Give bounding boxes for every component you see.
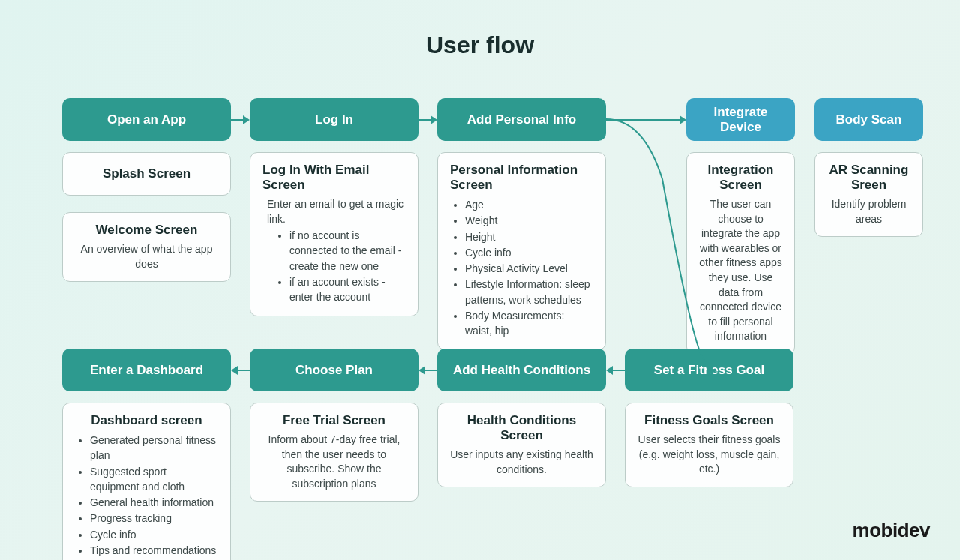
list-item: Age [465,197,593,212]
card-title: Log In With Email Screen [262,163,406,193]
card-title: Health Conditions Screen [450,413,593,443]
list-item: General health information [90,495,218,510]
card-login-email: Log In With Email Screen Enter an email … [250,152,418,316]
card-text: Inform about 7-day free trial, then the … [262,433,406,491]
card-text: User selects their fitness goals (e.g. w… [638,433,781,477]
node-add-health-conditions: Add Health Conditions [437,349,606,391]
card-title: Integration Screen [699,163,782,193]
card-title: Welcome Screen [75,223,218,238]
list-item: Cycle info [90,527,218,542]
card-text: An overview of what the app does [75,242,218,271]
list-item: Body Measurements: waist, hip [465,308,593,339]
node-choose-plan: Choose Plan [250,349,418,391]
card-title: Fitness Goals Screen [638,413,781,428]
card-text: Identify problem areas [827,197,910,226]
node-add-personal-info: Add Personal Info [437,98,606,141]
list-item: if no account is connected to the email … [290,228,406,274]
list-item: Progress tracking [90,511,218,526]
card-title: Dashboard screen [75,413,218,428]
node-body-scan: Body Scan [814,98,923,141]
brand-logo: mobidev [853,519,930,542]
card-title: Free Trial Screen [262,413,406,428]
list-item: Physical Activity Level [465,261,593,276]
card-ar-scanning: AR Scanning Sreen Identify problem areas [814,152,923,237]
list-item: Cycle info [465,245,593,260]
node-enter-dashboard: Enter a Dashboard [62,349,231,391]
list-item: Weight [465,213,593,228]
card-integration-screen: Integration Screen The user can choose t… [686,152,795,355]
list-item: Tips and recommendations [90,543,218,558]
card-splash-screen: Splash Screen [62,152,231,196]
card-title: AR Scanning Sreen [827,163,910,193]
node-log-in: Log In [250,98,418,141]
card-free-trial: Free Trial Screen Inform about 7-day fre… [250,403,418,502]
node-integrate-device: Integrate Device [686,98,795,141]
card-title: Personal Information Screen [450,163,593,193]
list-item: Lifestyle Information: sleep patterns, w… [465,277,593,307]
card-welcome-screen: Welcome Screen An overview of what the a… [62,212,231,282]
list-item: if an account exists - enter the account [290,274,406,305]
list-item: Suggested sport equipment and cloth [90,464,218,495]
node-set-fitness-goal: Set a Fitness Goal [625,349,794,391]
user-flow-diagram: Open an App Log In Add Personal Info Int… [0,83,960,548]
card-text: Enter an email to get a magic link. [262,197,406,226]
card-text: User inputs any existing health conditio… [450,448,593,477]
card-fitness-goals: Fitness Goals Screen User selects their … [625,403,794,487]
node-open-app: Open an App [62,98,231,141]
page-title: User flow [0,0,960,83]
list-item: Height [465,229,593,244]
card-health-conditions: Health Conditions Screen User inputs any… [437,403,606,487]
card-dashboard-screen: Dashboard screen Generated personal fitn… [62,403,231,560]
list-item: Generated personal fitness plan [90,433,218,463]
card-title: Splash Screen [75,166,218,181]
card-text: The user can choose to integrate the app… [699,197,782,344]
card-personal-info: Personal Information Screen Age Weight H… [437,152,606,350]
